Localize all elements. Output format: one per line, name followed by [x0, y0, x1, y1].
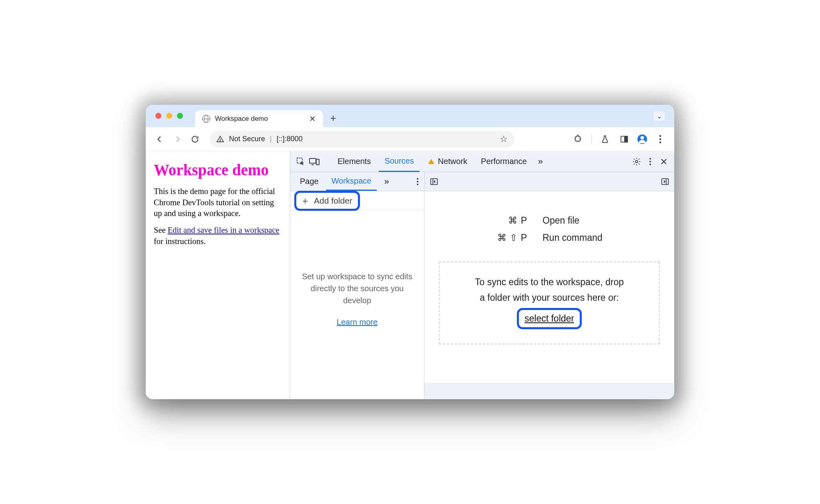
navigator-hint-text: Set up workspace to sync edits directly … — [290, 270, 424, 306]
back-button[interactable] — [154, 133, 166, 145]
warning-triangle-icon — [428, 158, 435, 165]
new-tab-button[interactable]: + — [327, 112, 339, 124]
shortcuts-list: ⌘ P Open file ⌘ ⇧ P Run command — [424, 215, 674, 243]
collapse-left-panel-icon[interactable] — [430, 177, 438, 186]
inspect-element-icon[interactable] — [295, 157, 306, 166]
subtab-page[interactable]: Page — [294, 172, 324, 191]
svg-rect-7 — [310, 158, 316, 163]
shortcut-run-command: ⌘ ⇧ P Run command — [483, 232, 615, 243]
shortcut-open-file-label: Open file — [543, 215, 579, 226]
settings-gear-icon[interactable] — [631, 157, 642, 166]
toolbar-divider — [591, 134, 592, 144]
tab-performance[interactable]: Performance — [475, 151, 533, 172]
para2-prefix: See — [154, 226, 168, 234]
tab-network-label: Network — [438, 157, 467, 166]
devtools-panel: Elements Sources Network Performance » — [290, 151, 674, 399]
para2-suffix: for instructions. — [154, 237, 206, 246]
workspace-tutorial-link[interactable]: Edit and save files in a workspace — [168, 226, 279, 234]
content-area: Workspace demo This is the demo page for… — [146, 151, 674, 399]
subtab-workspace[interactable]: Workspace — [326, 172, 377, 191]
rendered-page: Workspace demo This is the demo page for… — [146, 151, 290, 399]
toolbar-right — [572, 133, 666, 145]
devtools-close-icon[interactable] — [658, 158, 669, 165]
plus-icon: ＋ — [300, 194, 310, 207]
profile-avatar[interactable] — [637, 134, 647, 144]
globe-icon — [202, 115, 210, 123]
devtools-tabbar: Elements Sources Network Performance » — [290, 151, 674, 172]
tab-sources[interactable]: Sources — [379, 152, 419, 172]
address-url: [::]:8000 — [277, 135, 303, 143]
workspace-dropzone[interactable]: To sync edits to the workspace, drop a f… — [439, 262, 660, 344]
dropzone-text-2: a folder with your sources here or: — [452, 290, 647, 306]
svg-point-13 — [417, 178, 418, 179]
svg-point-0 — [220, 140, 221, 141]
browser-window: Workspace demo ✕ + ⌄ Not Secure | [::]:8… — [146, 105, 674, 399]
svg-point-12 — [649, 163, 651, 165]
page-paragraph-1: This is the demo page for the official C… — [154, 186, 282, 219]
browser-toolbar: Not Secure | [::]:8000 ☆ — [146, 127, 674, 151]
extensions-icon[interactable] — [572, 133, 584, 145]
shortcut-run-command-label: Run command — [543, 232, 603, 243]
collapse-right-panel-icon[interactable] — [661, 177, 669, 186]
reload-button[interactable] — [189, 133, 201, 145]
forward-button[interactable] — [171, 133, 183, 145]
more-tabs-icon[interactable]: » — [535, 156, 546, 167]
svg-point-14 — [417, 180, 418, 182]
navigator-kebab-menu[interactable] — [411, 172, 424, 191]
sources-main-pane: ⌘ P Open file ⌘ ⇧ P Run command To sync … — [424, 191, 674, 399]
svg-point-15 — [417, 183, 418, 185]
sources-subtabbar: Page Workspace » — [290, 172, 674, 191]
learn-more-link[interactable]: Learn more — [337, 318, 378, 326]
svg-point-4 — [659, 138, 661, 140]
address-separator: | — [270, 135, 272, 143]
dropzone-text-1: To sync edits to the workspace, drop — [452, 274, 647, 290]
tab-elements[interactable]: Elements — [332, 151, 376, 172]
shortcut-open-file-keys: ⌘ P — [483, 215, 527, 226]
add-folder-row: ＋ Add folder — [290, 191, 424, 210]
device-toolbar-icon[interactable] — [309, 157, 320, 166]
tab-title: Workspace demo — [215, 115, 268, 123]
bookmark-star-icon[interactable]: ☆ — [500, 134, 508, 144]
maximize-window-button[interactable] — [177, 113, 183, 119]
svg-point-5 — [659, 141, 661, 143]
add-folder-label: Add folder — [314, 196, 352, 206]
sources-body: ＋ Add folder Set up workspace to sync ed… — [290, 191, 674, 399]
tab-strip: Workspace demo ✕ + ⌄ — [146, 105, 674, 127]
more-subtabs-icon[interactable]: » — [378, 172, 394, 191]
close-window-button[interactable] — [155, 113, 161, 119]
svg-rect-2 — [625, 136, 627, 142]
warning-triangle-icon — [216, 135, 224, 143]
address-bar[interactable]: Not Secure | [::]:8000 ☆ — [210, 131, 514, 148]
add-folder-button[interactable]: ＋ Add folder — [294, 191, 360, 211]
svg-point-3 — [659, 135, 661, 137]
sources-bottom-strip — [424, 383, 674, 399]
tab-search-button[interactable]: ⌄ — [653, 111, 665, 121]
shortcut-open-file: ⌘ P Open file — [483, 215, 615, 226]
panel-toggle-icon[interactable] — [618, 133, 630, 145]
shortcut-run-command-keys: ⌘ ⇧ P — [483, 232, 527, 243]
browser-tab[interactable]: Workspace demo ✕ — [195, 110, 323, 127]
tab-network[interactable]: Network — [422, 151, 473, 172]
select-folder-link[interactable]: select folder — [517, 308, 582, 329]
page-heading: Workspace demo — [154, 161, 282, 179]
window-controls — [155, 113, 183, 119]
minimize-window-button[interactable] — [166, 113, 172, 119]
svg-point-11 — [649, 160, 651, 162]
svg-point-9 — [635, 160, 638, 163]
labs-flask-icon[interactable] — [599, 133, 611, 145]
workspace-navigator: ＋ Add folder Set up workspace to sync ed… — [290, 191, 424, 399]
devtools-kebab-menu[interactable] — [645, 158, 656, 166]
security-label: Not Secure — [229, 135, 265, 143]
svg-rect-8 — [316, 159, 319, 165]
tab-close-button[interactable]: ✕ — [309, 114, 316, 124]
svg-point-10 — [649, 158, 651, 159]
browser-menu-button[interactable] — [654, 133, 666, 145]
page-paragraph-2: See Edit and save files in a workspace f… — [154, 225, 282, 247]
